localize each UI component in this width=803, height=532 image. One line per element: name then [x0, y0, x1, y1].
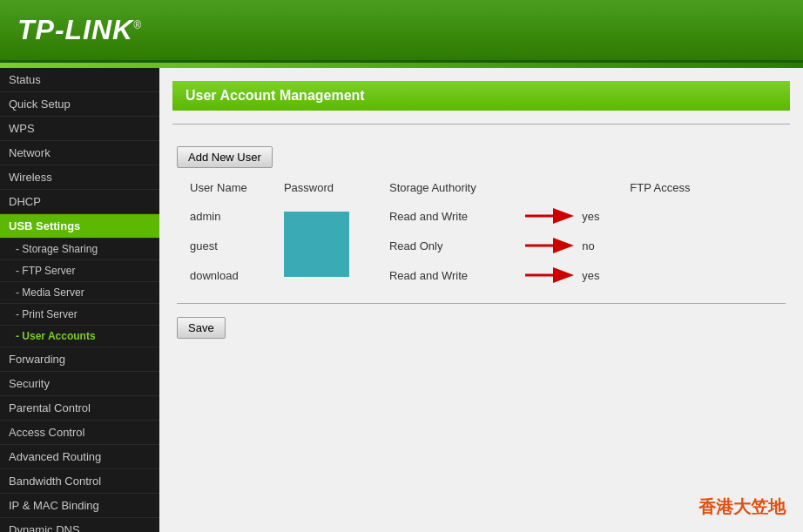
sidebar-item-advanced-routing[interactable]: Advanced Routing	[0, 445, 159, 469]
divider-1	[172, 124, 790, 125]
sidebar-item-access-control[interactable]: Access Control	[0, 421, 159, 445]
sidebar-item-print-server[interactable]: - Print Server	[0, 304, 159, 326]
sidebar-item-media-server[interactable]: - Media Server	[0, 282, 159, 304]
save-button[interactable]: Save	[177, 317, 226, 339]
content-area: Add New User User Name Password Storage …	[159, 138, 803, 347]
user-table: User Name Password Storage Authority FTP…	[190, 177, 773, 290]
sidebar-item-forwarding[interactable]: Forwarding	[0, 347, 159, 372]
col-storage: Storage Authority	[389, 177, 525, 201]
arrow-icon-guest	[525, 236, 577, 255]
table-row: download Read and Write	[190, 260, 773, 290]
sidebar-item-network[interactable]: Network	[0, 141, 159, 165]
table-header-row: User Name Password Storage Authority FTP…	[190, 177, 773, 201]
sidebar-item-parental-control[interactable]: Parental Control	[0, 396, 159, 421]
sidebar-item-wps[interactable]: WPS	[0, 117, 159, 141]
cell-storage-admin: Read and Write	[389, 201, 525, 231]
cell-ftp-guest: no	[525, 231, 773, 260]
cell-ftp-admin: yes	[525, 201, 773, 231]
cell-username-guest: guest	[190, 231, 284, 260]
sidebar-item-ip-mac-binding[interactable]: IP & MAC Binding	[0, 494, 159, 518]
sidebar-item-quick-setup[interactable]: Quick Setup	[0, 92, 159, 117]
table-row: guest Read Only	[190, 231, 773, 260]
user-table-container: User Name Password Storage Authority FTP…	[190, 177, 773, 290]
ftp-value-download: yes	[582, 269, 599, 282]
watermark: 香港大笠地	[698, 495, 786, 519]
cell-storage-guest: Read Only	[389, 231, 525, 260]
cell-username-admin: admin	[190, 201, 284, 231]
cell-password-admin	[284, 201, 389, 290]
section-title: User Account Management	[172, 81, 790, 111]
arrow-icon-admin	[525, 206, 577, 226]
sidebar-item-storage-sharing[interactable]: - Storage Sharing	[0, 239, 159, 260]
sidebar-item-user-accounts[interactable]: - User Accounts	[0, 326, 159, 347]
sidebar-item-dhcp[interactable]: DHCP	[0, 190, 159, 214]
ftp-value-admin: yes	[582, 210, 599, 223]
layout: Status Quick Setup WPS Network Wireless …	[0, 68, 803, 532]
sidebar-item-ftp-server[interactable]: - FTP Server	[0, 260, 159, 282]
password-box	[284, 212, 349, 277]
sidebar-item-usb-settings[interactable]: USB Settings	[0, 214, 159, 239]
add-new-user-button[interactable]: Add New User	[177, 146, 273, 168]
divider-2	[177, 303, 786, 304]
sidebar-item-dynamic-dns[interactable]: Dynamic DNS	[0, 518, 159, 532]
col-username: User Name	[190, 177, 284, 201]
sidebar-item-wireless[interactable]: Wireless	[0, 165, 159, 190]
header: TP-LINK®	[0, 0, 803, 63]
logo: TP-LINK®	[17, 14, 142, 46]
ftp-value-guest: no	[582, 239, 594, 253]
sidebar-item-security[interactable]: Security	[0, 372, 159, 396]
col-password: Password	[284, 177, 389, 201]
table-row: admin Read and Write	[190, 201, 773, 231]
arrow-icon-download	[525, 266, 577, 285]
main-content: User Account Management Add New User Use…	[159, 68, 803, 532]
sidebar: Status Quick Setup WPS Network Wireless …	[0, 68, 159, 532]
cell-username-download: download	[190, 260, 284, 290]
cell-storage-download: Read and Write	[389, 260, 525, 290]
col-ftp: FTP Access	[525, 177, 773, 201]
cell-ftp-download: yes	[525, 260, 773, 290]
sidebar-item-status[interactable]: Status	[0, 68, 159, 92]
sidebar-item-bandwidth-control[interactable]: Bandwidth Control	[0, 469, 159, 494]
